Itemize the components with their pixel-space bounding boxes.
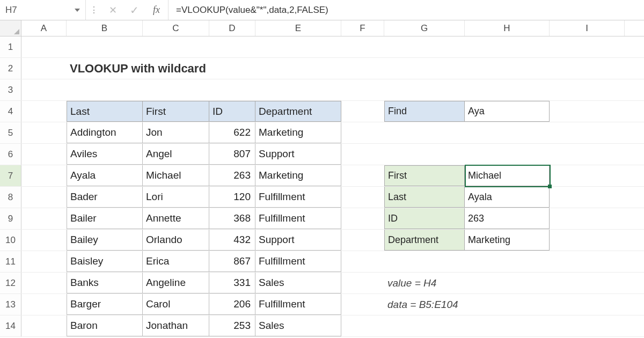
row-header[interactable]: 12 xyxy=(0,273,21,293)
cell[interactable] xyxy=(341,187,384,208)
col-header-h[interactable]: H xyxy=(465,20,550,36)
cell[interactable] xyxy=(209,58,255,79)
cell[interactable] xyxy=(465,294,550,315)
cell[interactable] xyxy=(550,315,625,336)
cell[interactable] xyxy=(550,101,625,122)
cell[interactable] xyxy=(384,58,465,79)
cell-dept[interactable]: Sales xyxy=(255,273,341,293)
cell[interactable] xyxy=(550,208,625,229)
name-box[interactable]: H7 xyxy=(0,0,86,20)
find-value[interactable]: Aya xyxy=(465,101,550,122)
cell[interactable] xyxy=(550,36,625,57)
row-header[interactable]: 14 xyxy=(0,315,21,336)
cell[interactable] xyxy=(341,101,384,122)
cell[interactable] xyxy=(21,315,67,336)
cell-first[interactable]: Erica xyxy=(143,251,209,272)
table-header-id[interactable]: ID xyxy=(209,101,255,122)
cell[interactable] xyxy=(550,294,625,315)
row-header[interactable]: 2 xyxy=(0,58,21,79)
cell[interactable] xyxy=(209,79,255,100)
cancel-icon[interactable]: ✕ xyxy=(102,0,123,20)
cell[interactable] xyxy=(341,144,384,165)
row-header[interactable]: 11 xyxy=(0,251,21,272)
cell-dept[interactable]: Fulfillment xyxy=(255,187,341,208)
cell[interactable] xyxy=(341,251,384,272)
cell-last[interactable]: Baron xyxy=(67,315,143,336)
cell[interactable] xyxy=(384,251,465,272)
row-header[interactable]: 13 xyxy=(0,294,21,315)
cell[interactable] xyxy=(67,79,143,100)
cell[interactable] xyxy=(465,79,550,100)
cell-first[interactable]: Jon xyxy=(143,122,209,143)
cell[interactable] xyxy=(341,165,384,186)
cell-id[interactable]: 253 xyxy=(209,315,255,336)
cell[interactable] xyxy=(21,251,67,272)
select-all-corner[interactable] xyxy=(0,20,21,36)
result-label[interactable]: Last xyxy=(384,187,465,208)
col-header-g[interactable]: G xyxy=(384,20,465,36)
col-header-a[interactable]: A xyxy=(21,20,67,36)
row-header[interactable]: 4 xyxy=(0,101,21,122)
cell[interactable] xyxy=(550,230,625,251)
cell[interactable] xyxy=(21,273,67,293)
cell-last[interactable]: Barger xyxy=(67,294,143,315)
result-label[interactable]: Department xyxy=(384,230,465,251)
cell-dept[interactable]: Sales xyxy=(255,315,341,336)
cell-id[interactable]: 368 xyxy=(209,208,255,229)
cell-last[interactable]: Ayala xyxy=(67,165,143,186)
cell[interactable] xyxy=(21,79,67,100)
cell[interactable] xyxy=(209,36,255,57)
row-header[interactable]: 10 xyxy=(0,230,21,251)
cell-id[interactable]: 263 xyxy=(209,165,255,186)
formula-input[interactable]: =VLOOKUP(value&"*",data,2,FALSE) xyxy=(169,0,644,20)
cell[interactable] xyxy=(143,36,209,57)
cell-id[interactable]: 622 xyxy=(209,122,255,143)
cell[interactable] xyxy=(255,79,341,100)
cell[interactable] xyxy=(550,122,625,143)
cell[interactable] xyxy=(341,122,384,143)
cell[interactable] xyxy=(465,273,550,293)
enter-icon[interactable]: ✓ xyxy=(123,0,145,20)
cell[interactable] xyxy=(550,79,625,100)
cell-last[interactable]: Baisley xyxy=(67,251,143,272)
result-label[interactable]: First xyxy=(384,165,465,186)
cell-dept[interactable]: Marketing xyxy=(255,122,341,143)
cell-dept[interactable]: Fulfillment xyxy=(255,251,341,272)
cell-first[interactable]: Jonathan xyxy=(143,315,209,336)
note-data[interactable]: data = B5:E104 xyxy=(384,294,465,315)
cell[interactable] xyxy=(21,230,67,251)
row-header[interactable]: 8 xyxy=(0,187,21,208)
col-header-d[interactable]: D xyxy=(209,20,255,36)
row-header[interactable]: 3 xyxy=(0,79,21,100)
cell[interactable] xyxy=(465,122,550,143)
cell-id[interactable]: 867 xyxy=(209,251,255,272)
cell-id[interactable]: 807 xyxy=(209,144,255,165)
cell[interactable] xyxy=(341,273,384,293)
cell[interactable] xyxy=(341,36,384,57)
cell-first[interactable]: Lori xyxy=(143,187,209,208)
cell[interactable] xyxy=(550,144,625,165)
page-title[interactable]: VLOOKUP with wildcard xyxy=(67,58,143,79)
cell[interactable] xyxy=(21,144,67,165)
cell[interactable] xyxy=(465,315,550,336)
cell[interactable] xyxy=(143,58,209,79)
cell-id[interactable]: 432 xyxy=(209,230,255,251)
cell-last[interactable]: Bailer xyxy=(67,208,143,229)
cell[interactable] xyxy=(21,101,67,122)
col-header-i[interactable]: I xyxy=(550,20,625,36)
cell-last[interactable]: Bader xyxy=(67,187,143,208)
cell-dept[interactable]: Support xyxy=(255,230,341,251)
cell[interactable] xyxy=(465,58,550,79)
cell[interactable] xyxy=(384,122,465,143)
cell[interactable] xyxy=(67,36,143,57)
cell-first[interactable]: Annette xyxy=(143,208,209,229)
cell-first[interactable]: Orlando xyxy=(143,230,209,251)
cell[interactable] xyxy=(384,144,465,165)
cell-first[interactable]: Carol xyxy=(143,294,209,315)
row-header[interactable]: 9 xyxy=(0,208,21,229)
col-header-b[interactable]: B xyxy=(67,20,143,36)
row-header[interactable]: 7 xyxy=(0,165,21,186)
cell[interactable] xyxy=(341,208,384,229)
cell[interactable] xyxy=(550,187,625,208)
col-header-e[interactable]: E xyxy=(255,20,341,36)
